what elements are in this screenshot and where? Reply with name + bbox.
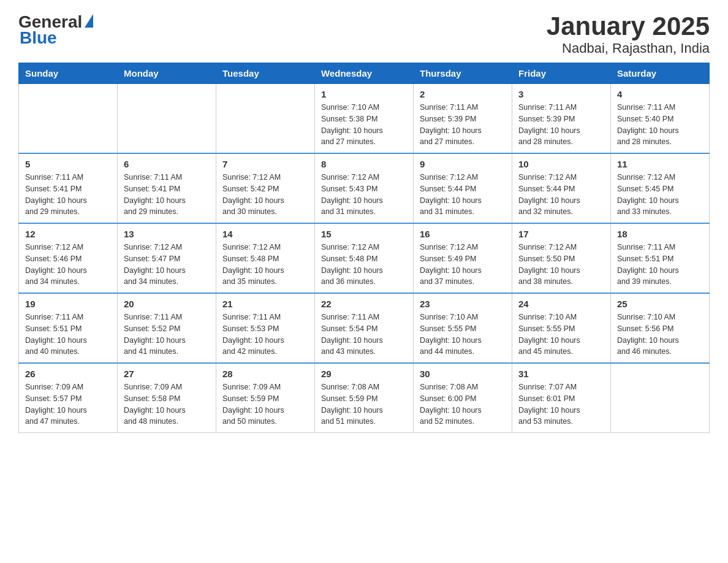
day-number: 29	[321, 369, 407, 379]
day-info: Sunrise: 7:10 AM Sunset: 5:38 PM Dayligh…	[321, 102, 407, 148]
calendar-week-row: 12Sunrise: 7:12 AM Sunset: 5:46 PM Dayli…	[19, 223, 710, 293]
calendar-body: 1Sunrise: 7:10 AM Sunset: 5:38 PM Daylig…	[19, 84, 710, 433]
calendar-cell: 13Sunrise: 7:12 AM Sunset: 5:47 PM Dayli…	[118, 223, 216, 293]
calendar-cell: 20Sunrise: 7:11 AM Sunset: 5:52 PM Dayli…	[118, 293, 216, 363]
calendar-cell: 28Sunrise: 7:09 AM Sunset: 5:59 PM Dayli…	[216, 363, 315, 433]
calendar-cell: 15Sunrise: 7:12 AM Sunset: 5:48 PM Dayli…	[315, 223, 414, 293]
day-number: 26	[25, 369, 111, 379]
day-info: Sunrise: 7:12 AM Sunset: 5:44 PM Dayligh…	[420, 172, 506, 218]
logo-triangle-icon	[85, 14, 93, 28]
day-info: Sunrise: 7:12 AM Sunset: 5:43 PM Dayligh…	[321, 172, 407, 218]
day-info: Sunrise: 7:08 AM Sunset: 6:00 PM Dayligh…	[420, 381, 506, 427]
day-number: 25	[617, 299, 703, 309]
calendar-week-row: 19Sunrise: 7:11 AM Sunset: 5:51 PM Dayli…	[19, 293, 710, 363]
calendar-cell: 29Sunrise: 7:08 AM Sunset: 5:59 PM Dayli…	[315, 363, 414, 433]
day-info: Sunrise: 7:10 AM Sunset: 5:55 PM Dayligh…	[420, 312, 506, 358]
day-number: 21	[222, 299, 308, 309]
day-info: Sunrise: 7:11 AM Sunset: 5:51 PM Dayligh…	[617, 242, 703, 288]
day-info: Sunrise: 7:10 AM Sunset: 5:55 PM Dayligh…	[518, 312, 604, 358]
day-number: 4	[617, 89, 703, 99]
day-number: 27	[124, 369, 210, 379]
header-monday: Monday	[118, 63, 216, 84]
calendar-cell: 4Sunrise: 7:11 AM Sunset: 5:40 PM Daylig…	[611, 84, 710, 154]
day-number: 19	[25, 299, 111, 309]
calendar-cell: 19Sunrise: 7:11 AM Sunset: 5:51 PM Dayli…	[19, 293, 118, 363]
calendar-week-row: 1Sunrise: 7:10 AM Sunset: 5:38 PM Daylig…	[19, 84, 710, 154]
day-number: 13	[124, 229, 210, 239]
day-number: 23	[420, 299, 506, 309]
day-number: 18	[617, 229, 703, 239]
day-number: 9	[420, 159, 506, 169]
page-header: General Blue January 2025 Nadbai, Rajast…	[18, 12, 710, 56]
calendar-cell: 11Sunrise: 7:12 AM Sunset: 5:45 PM Dayli…	[611, 153, 710, 223]
day-info: Sunrise: 7:12 AM Sunset: 5:47 PM Dayligh…	[124, 242, 210, 288]
day-number: 24	[518, 299, 604, 309]
day-info: Sunrise: 7:08 AM Sunset: 5:59 PM Dayligh…	[321, 381, 407, 427]
day-info: Sunrise: 7:11 AM Sunset: 5:53 PM Dayligh…	[222, 312, 308, 358]
calendar-cell: 6Sunrise: 7:11 AM Sunset: 5:41 PM Daylig…	[118, 153, 216, 223]
calendar-cell: 22Sunrise: 7:11 AM Sunset: 5:54 PM Dayli…	[315, 293, 414, 363]
day-info: Sunrise: 7:12 AM Sunset: 5:48 PM Dayligh…	[321, 242, 407, 288]
calendar-cell: 3Sunrise: 7:11 AM Sunset: 5:39 PM Daylig…	[512, 84, 611, 154]
calendar-table: Sunday Monday Tuesday Wednesday Thursday…	[18, 63, 710, 433]
day-number: 6	[124, 159, 210, 169]
day-info: Sunrise: 7:11 AM Sunset: 5:52 PM Dayligh…	[124, 312, 210, 358]
calendar-cell: 12Sunrise: 7:12 AM Sunset: 5:46 PM Dayli…	[19, 223, 118, 293]
title-block: January 2025 Nadbai, Rajasthan, India	[547, 12, 710, 56]
day-info: Sunrise: 7:12 AM Sunset: 5:49 PM Dayligh…	[420, 242, 506, 288]
header-wednesday: Wednesday	[315, 63, 414, 84]
day-info: Sunrise: 7:12 AM Sunset: 5:46 PM Dayligh…	[25, 242, 111, 288]
calendar-cell	[118, 84, 216, 154]
day-info: Sunrise: 7:12 AM Sunset: 5:50 PM Dayligh…	[518, 242, 604, 288]
calendar-cell: 25Sunrise: 7:10 AM Sunset: 5:56 PM Dayli…	[611, 293, 710, 363]
day-number: 2	[420, 89, 506, 99]
day-info: Sunrise: 7:12 AM Sunset: 5:48 PM Dayligh…	[222, 242, 308, 288]
day-info: Sunrise: 7:11 AM Sunset: 5:39 PM Dayligh…	[420, 102, 506, 148]
calendar-cell: 26Sunrise: 7:09 AM Sunset: 5:57 PM Dayli…	[19, 363, 118, 433]
calendar-cell: 23Sunrise: 7:10 AM Sunset: 5:55 PM Dayli…	[414, 293, 512, 363]
day-info: Sunrise: 7:11 AM Sunset: 5:40 PM Dayligh…	[617, 102, 703, 148]
calendar-cell: 7Sunrise: 7:12 AM Sunset: 5:42 PM Daylig…	[216, 153, 315, 223]
header-sunday: Sunday	[19, 63, 118, 84]
header-row: Sunday Monday Tuesday Wednesday Thursday…	[19, 63, 710, 84]
logo-blue: Blue	[20, 28, 57, 48]
calendar-cell: 10Sunrise: 7:12 AM Sunset: 5:44 PM Dayli…	[512, 153, 611, 223]
day-info: Sunrise: 7:11 AM Sunset: 5:51 PM Dayligh…	[25, 312, 111, 358]
day-info: Sunrise: 7:09 AM Sunset: 5:58 PM Dayligh…	[124, 381, 210, 427]
calendar-cell: 5Sunrise: 7:11 AM Sunset: 5:41 PM Daylig…	[19, 153, 118, 223]
day-number: 17	[518, 229, 604, 239]
day-info: Sunrise: 7:07 AM Sunset: 6:01 PM Dayligh…	[518, 381, 604, 427]
day-number: 31	[518, 369, 604, 379]
calendar-cell: 14Sunrise: 7:12 AM Sunset: 5:48 PM Dayli…	[216, 223, 315, 293]
calendar-cell: 31Sunrise: 7:07 AM Sunset: 6:01 PM Dayli…	[512, 363, 611, 433]
day-info: Sunrise: 7:09 AM Sunset: 5:57 PM Dayligh…	[25, 381, 111, 427]
day-number: 12	[25, 229, 111, 239]
day-info: Sunrise: 7:10 AM Sunset: 5:56 PM Dayligh…	[617, 312, 703, 358]
calendar-cell: 16Sunrise: 7:12 AM Sunset: 5:49 PM Dayli…	[414, 223, 512, 293]
day-number: 11	[617, 159, 703, 169]
calendar-header: Sunday Monday Tuesday Wednesday Thursday…	[19, 63, 710, 84]
day-info: Sunrise: 7:12 AM Sunset: 5:44 PM Dayligh…	[518, 172, 604, 218]
calendar-week-row: 26Sunrise: 7:09 AM Sunset: 5:57 PM Dayli…	[19, 363, 710, 433]
day-info: Sunrise: 7:12 AM Sunset: 5:45 PM Dayligh…	[617, 172, 703, 218]
calendar-cell: 18Sunrise: 7:11 AM Sunset: 5:51 PM Dayli…	[611, 223, 710, 293]
day-number: 28	[222, 369, 308, 379]
calendar-cell: 24Sunrise: 7:10 AM Sunset: 5:55 PM Dayli…	[512, 293, 611, 363]
calendar-cell	[216, 84, 315, 154]
logo: General Blue	[18, 12, 93, 48]
day-info: Sunrise: 7:11 AM Sunset: 5:39 PM Dayligh…	[518, 102, 604, 148]
calendar-cell	[19, 84, 118, 154]
day-number: 22	[321, 299, 407, 309]
day-info: Sunrise: 7:11 AM Sunset: 5:54 PM Dayligh…	[321, 312, 407, 358]
day-number: 30	[420, 369, 506, 379]
calendar-cell: 21Sunrise: 7:11 AM Sunset: 5:53 PM Dayli…	[216, 293, 315, 363]
calendar-week-row: 5Sunrise: 7:11 AM Sunset: 5:41 PM Daylig…	[19, 153, 710, 223]
header-saturday: Saturday	[611, 63, 710, 84]
day-info: Sunrise: 7:09 AM Sunset: 5:59 PM Dayligh…	[222, 381, 308, 427]
day-number: 1	[321, 89, 407, 99]
header-friday: Friday	[512, 63, 611, 84]
day-info: Sunrise: 7:11 AM Sunset: 5:41 PM Dayligh…	[124, 172, 210, 218]
day-info: Sunrise: 7:12 AM Sunset: 5:42 PM Dayligh…	[222, 172, 308, 218]
day-number: 15	[321, 229, 407, 239]
day-number: 7	[222, 159, 308, 169]
